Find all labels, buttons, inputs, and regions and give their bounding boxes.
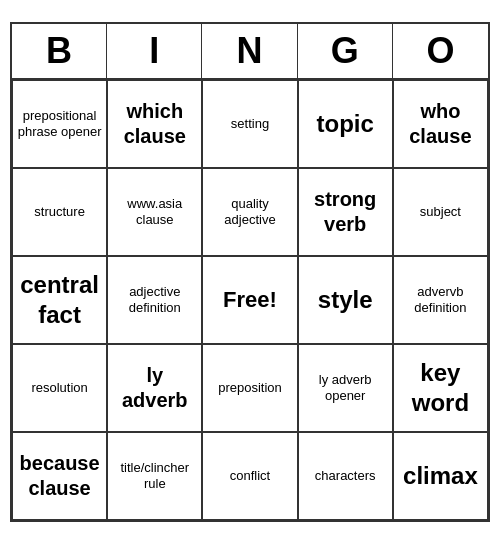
bingo-cell: quality adjective <box>202 168 297 256</box>
bingo-cell: conflict <box>202 432 297 520</box>
bingo-cell: because clause <box>12 432 107 520</box>
bingo-card: BINGO prepositional phrase openerwhich c… <box>10 22 490 522</box>
bingo-cell: advervb definition <box>393 256 488 344</box>
bingo-cell: ly adverb opener <box>298 344 393 432</box>
bingo-cell: topic <box>298 80 393 168</box>
bingo-cell: preposition <box>202 344 297 432</box>
bingo-cell: setting <box>202 80 297 168</box>
bingo-cell: subject <box>393 168 488 256</box>
bingo-cell: Free! <box>202 256 297 344</box>
bingo-cell: who clause <box>393 80 488 168</box>
bingo-cell: adjective definition <box>107 256 202 344</box>
bingo-cell: characters <box>298 432 393 520</box>
bingo-cell: central fact <box>12 256 107 344</box>
bingo-letter: O <box>393 24 488 78</box>
bingo-cell: ly adverb <box>107 344 202 432</box>
bingo-header: BINGO <box>12 24 488 80</box>
bingo-cell: structure <box>12 168 107 256</box>
bingo-cell: resolution <box>12 344 107 432</box>
bingo-letter: G <box>298 24 393 78</box>
bingo-cell: which clause <box>107 80 202 168</box>
bingo-cell: climax <box>393 432 488 520</box>
bingo-cell: key word <box>393 344 488 432</box>
bingo-cell: style <box>298 256 393 344</box>
bingo-letter: N <box>202 24 297 78</box>
bingo-letter: I <box>107 24 202 78</box>
bingo-cell: strong verb <box>298 168 393 256</box>
bingo-grid: prepositional phrase openerwhich clauses… <box>12 80 488 520</box>
bingo-letter: B <box>12 24 107 78</box>
bingo-cell: prepositional phrase opener <box>12 80 107 168</box>
bingo-cell: title/clincher rule <box>107 432 202 520</box>
bingo-cell: www.asia clause <box>107 168 202 256</box>
